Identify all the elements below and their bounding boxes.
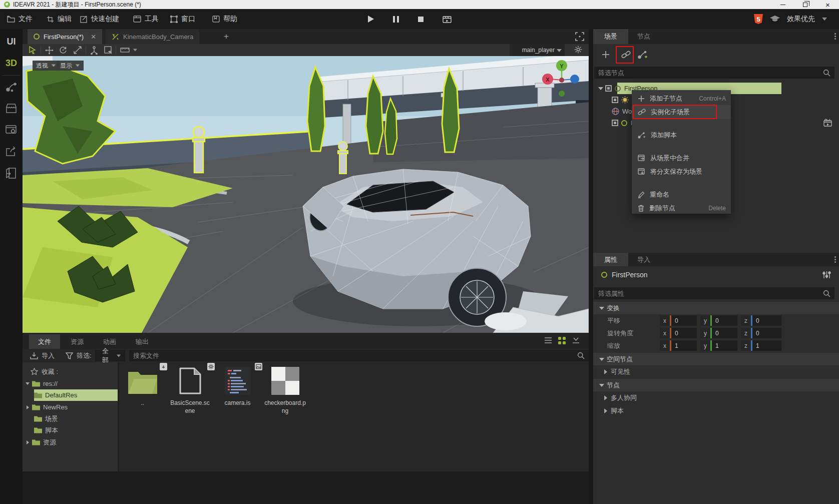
new-tab-button[interactable]: +: [224, 29, 229, 44]
tree-item-scenes[interactable]: 场景: [23, 413, 118, 424]
close-tab-icon[interactable]: ✕: [91, 33, 96, 41]
menu-add-child-node[interactable]: 添加子节点 Control+A: [632, 92, 731, 105]
node-graph-icon[interactable]: [6, 82, 17, 93]
menu-edit[interactable]: 编辑: [47, 9, 72, 29]
scale-x-field[interactable]: x1: [660, 340, 697, 351]
menu-file[interactable]: 文件: [7, 9, 33, 29]
property-filter-input[interactable]: [594, 290, 823, 297]
select-tool-icon[interactable]: [27, 45, 38, 55]
display-dropdown[interactable]: 显示: [57, 61, 84, 71]
rotate-tool-icon[interactable]: [58, 45, 69, 55]
tab-import[interactable]: 导入: [626, 253, 661, 266]
list-view-icon[interactable]: [544, 337, 552, 344]
visibility-toggle-icon[interactable]: [612, 97, 618, 103]
favorites-row[interactable]: 收藏 :: [23, 366, 118, 377]
camera-select[interactable]: main_player: [510, 44, 565, 56]
rotate-z-field[interactable]: z0: [741, 328, 781, 338]
viewport-settings-gear-icon[interactable]: [574, 45, 583, 54]
panel-menu-dots-icon[interactable]: [834, 256, 836, 264]
export-video-button[interactable]: [443, 15, 452, 23]
exit-door-icon[interactable]: [6, 168, 17, 179]
minimize-button[interactable]: [771, 0, 794, 9]
graduation-cap-icon[interactable]: [770, 16, 780, 23]
section-spatial-node[interactable]: 空间节点: [593, 353, 839, 365]
scale-y-field[interactable]: y1: [700, 340, 737, 351]
ruler-tool-icon[interactable]: [119, 45, 130, 55]
fullscreen-icon[interactable]: [575, 32, 585, 42]
tree-item-defaultres[interactable]: DefaultRes: [23, 389, 118, 401]
axis-gizmo[interactable]: Y X: [537, 58, 587, 101]
move-tool-icon[interactable]: [44, 45, 55, 55]
menu-window[interactable]: 窗口: [170, 9, 195, 29]
visibility-toggle-icon[interactable]: [612, 120, 618, 126]
chevron-down-icon[interactable]: [822, 18, 827, 21]
import-button[interactable]: 导入: [30, 351, 55, 360]
file-item-checkerboard[interactable]: checkerboard.png: [261, 364, 309, 415]
translate-y-field[interactable]: y0: [700, 315, 737, 326]
tab-properties[interactable]: 属性: [593, 253, 628, 266]
project-settings-icon[interactable]: [6, 125, 17, 135]
html5-icon[interactable]: 5: [754, 14, 763, 24]
menu-help[interactable]: 帮助: [212, 9, 237, 29]
add-script-button[interactable]: [636, 48, 649, 61]
file-item-basicscene[interactable]: + BasicScene.scene: [166, 364, 214, 415]
rotate-y-field[interactable]: y0: [700, 328, 737, 338]
panel-splitter[interactable]: [589, 29, 593, 504]
tree-item-scripts[interactable]: 脚本: [23, 424, 118, 436]
menu-delete-node[interactable]: 删除节点 Delete: [632, 201, 731, 215]
section-node[interactable]: 节点: [593, 379, 839, 391]
tree-item-resources[interactable]: 资源: [23, 436, 118, 448]
perspective-dropdown[interactable]: 透视: [33, 61, 60, 71]
menu-save-branch-as-scene[interactable]: 将分支保存为场景: [632, 165, 731, 178]
translate-x-field[interactable]: x0: [660, 315, 697, 326]
tab-resources[interactable]: 资源: [62, 334, 93, 349]
quality-mode-label[interactable]: 效果优先: [787, 15, 815, 24]
add-node-button[interactable]: [599, 48, 612, 61]
ui-mode-button[interactable]: UI: [0, 37, 23, 47]
section-collaboration[interactable]: 多人协同: [593, 391, 839, 404]
open-scene-film-icon[interactable]: [823, 119, 832, 127]
tab-files[interactable]: 文件: [29, 334, 60, 349]
file-item-up[interactable]: ..: [119, 364, 166, 407]
extra-settings-sliders-icon[interactable]: [822, 271, 831, 279]
stop-button[interactable]: [418, 17, 424, 22]
rect-select-tool-icon[interactable]: [103, 45, 114, 55]
maximize-button[interactable]: [794, 0, 816, 9]
menu-rename[interactable]: 重命名: [632, 188, 731, 201]
node-filter-input[interactable]: [594, 69, 823, 77]
panel-menu-dots-icon[interactable]: [834, 33, 836, 41]
tab-first-person[interactable]: FirstPerson(*) ✕: [28, 29, 102, 44]
tab-kinematic-body-camera[interactable]: KinematicBody_Camera: [106, 29, 199, 44]
collapse-panel-icon[interactable]: [572, 337, 580, 344]
section-script[interactable]: 脚本: [593, 404, 839, 417]
tree-item-res-root[interactable]: res://: [23, 378, 118, 389]
filter-type-select[interactable]: 全部: [95, 350, 125, 361]
translate-z-field[interactable]: z0: [741, 315, 781, 326]
pause-button[interactable]: [393, 16, 399, 23]
tab-scene[interactable]: 场景: [593, 29, 628, 44]
grid-view-icon[interactable]: [558, 337, 566, 344]
visibility-toggle-icon[interactable]: [605, 85, 612, 92]
file-search-input[interactable]: [129, 352, 577, 359]
pose-tool-icon[interactable]: [89, 45, 100, 55]
scale-tool-icon[interactable]: [72, 45, 83, 55]
share-export-icon[interactable]: [6, 146, 17, 157]
menu-merge-from-scene[interactable]: 从场景中合并: [632, 151, 731, 165]
close-button[interactable]: ×: [816, 0, 839, 9]
menu-add-script[interactable]: 添加脚本: [632, 128, 731, 142]
tab-node[interactable]: 节点: [626, 29, 661, 44]
ruler-dropdown-icon[interactable]: [130, 45, 141, 55]
play-button[interactable]: [368, 16, 374, 23]
file-item-camera-script[interactable]: camera.is: [214, 364, 261, 407]
menu-quick-create[interactable]: 快速创建: [80, 9, 119, 29]
menu-instance-child-scene[interactable]: 实例化子场景: [632, 105, 731, 119]
asset-store-icon[interactable]: [6, 103, 17, 114]
rotate-x-field[interactable]: x0: [660, 328, 697, 338]
caret-open-icon[interactable]: [598, 87, 603, 90]
tree-item-newres[interactable]: NewRes: [23, 401, 118, 413]
viewport-3d[interactable]: 透视 显示 Y X: [23, 56, 589, 333]
threed-mode-button[interactable]: 3D: [0, 58, 23, 69]
menu-tools[interactable]: 工具: [133, 9, 159, 29]
section-transform[interactable]: 变换: [593, 302, 839, 314]
section-visibility[interactable]: 可见性: [593, 365, 839, 378]
